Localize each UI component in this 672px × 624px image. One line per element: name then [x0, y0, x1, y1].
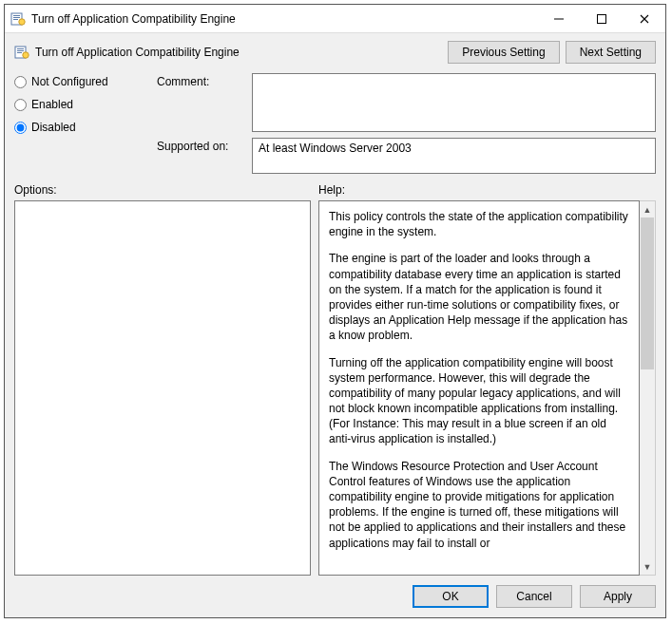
supported-on-label: Supported on: — [157, 138, 244, 174]
svg-rect-9 — [17, 50, 24, 51]
svg-rect-10 — [17, 52, 22, 53]
pane-labels: Options: Help: — [14, 183, 656, 197]
comment-label: Comment: — [157, 73, 244, 132]
ok-button[interactable]: OK — [413, 585, 489, 608]
dialog-window: Turn off Application Compatibility Engin… — [4, 4, 666, 618]
help-paragraph: This policy controls the state of the ap… — [329, 209, 629, 239]
help-wrap: This policy controls the state of the ap… — [318, 200, 656, 576]
svg-rect-8 — [17, 48, 24, 49]
cancel-button[interactable]: Cancel — [496, 585, 572, 608]
svg-rect-2 — [13, 17, 20, 18]
help-paragraph: The engine is part of the loader and loo… — [329, 251, 629, 343]
svg-point-4 — [19, 18, 25, 24]
radio-disabled-label: Disabled — [31, 121, 76, 134]
minimize-button[interactable] — [537, 5, 580, 32]
apply-button[interactable]: Apply — [580, 585, 656, 608]
window-icon — [10, 11, 26, 27]
panes: This policy controls the state of the ap… — [14, 200, 656, 576]
dialog-buttons: OK Cancel Apply — [14, 576, 656, 608]
radio-enabled-input[interactable] — [14, 99, 27, 111]
svg-rect-1 — [13, 15, 20, 16]
help-label: Help: — [318, 183, 656, 197]
radio-enabled[interactable]: Enabled — [14, 98, 147, 111]
svg-rect-5 — [554, 18, 564, 19]
svg-rect-3 — [13, 19, 18, 20]
radio-enabled-label: Enabled — [31, 98, 73, 111]
upper-section: Not Configured Enabled Disabled Comment: — [14, 73, 656, 174]
comment-textarea[interactable] — [252, 73, 656, 132]
policy-title: Turn off Application Compatibility Engin… — [35, 46, 442, 59]
close-button[interactable] — [623, 5, 665, 32]
next-setting-button[interactable]: Next Setting — [566, 41, 656, 64]
scroll-thumb[interactable] — [641, 217, 654, 369]
state-radios: Not Configured Enabled Disabled — [14, 73, 147, 174]
help-scrollbar[interactable]: ▲ ▼ — [640, 200, 656, 576]
options-label: Options: — [14, 183, 318, 197]
radio-not-configured-label: Not Configured — [31, 75, 108, 88]
options-pane — [14, 200, 311, 576]
radio-not-configured[interactable]: Not Configured — [14, 75, 147, 88]
radio-not-configured-input[interactable] — [14, 76, 27, 88]
maximize-button[interactable] — [580, 5, 623, 32]
policy-icon — [14, 45, 29, 60]
help-pane: This policy controls the state of the ap… — [318, 200, 640, 576]
help-paragraph: The Windows Resource Protection and User… — [329, 459, 629, 551]
client-area: Turn off Application Compatibility Engin… — [5, 33, 665, 617]
svg-point-11 — [23, 52, 29, 58]
titlebar: Turn off Application Compatibility Engin… — [5, 5, 665, 33]
help-paragraph: Turning off the application compatibilit… — [329, 355, 629, 447]
radio-disabled[interactable]: Disabled — [14, 121, 147, 134]
policy-header: Turn off Application Compatibility Engin… — [14, 41, 656, 64]
upper-right: Comment: Supported on: At least Windows … — [157, 73, 656, 174]
radio-disabled-input[interactable] — [14, 122, 27, 134]
scroll-down-icon[interactable]: ▼ — [640, 558, 655, 575]
supported-on-text: At least Windows Server 2003 — [259, 142, 412, 155]
window-title: Turn off Application Compatibility Engin… — [31, 12, 537, 26]
previous-setting-button[interactable]: Previous Setting — [448, 41, 559, 64]
scroll-up-icon[interactable]: ▲ — [640, 201, 655, 217]
supported-on-box: At least Windows Server 2003 — [252, 138, 656, 174]
svg-rect-6 — [597, 14, 605, 23]
